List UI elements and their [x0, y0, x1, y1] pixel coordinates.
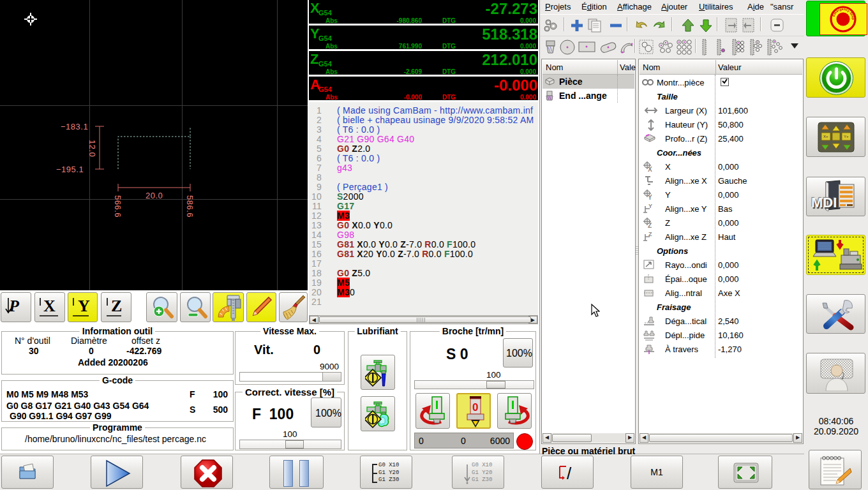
svg-text:0: 0 [472, 401, 478, 413]
svg-text:X: X [648, 166, 652, 173]
svg-text:Y+: Y+ [844, 135, 849, 138]
svg-text:Z: Z [648, 232, 652, 237]
svg-text:Z: Z [648, 222, 652, 229]
svg-text:Y: Y [648, 194, 652, 201]
svg-text:X+: X+ [823, 135, 828, 138]
svg-text:/: / [567, 464, 572, 483]
svg-text:Y: Y [648, 204, 652, 209]
